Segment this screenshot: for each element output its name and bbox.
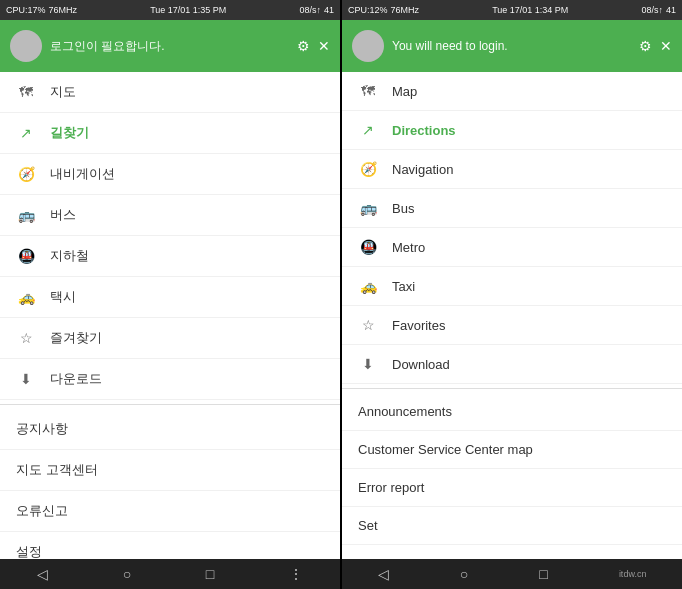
right-home-btn[interactable]: ○ xyxy=(460,566,468,582)
download-icon: ⬇ xyxy=(16,371,36,387)
right-menu-set[interactable]: Set xyxy=(342,507,682,545)
left-phone-panel: CPU:17% 76MHz Tue 17/01 1:35 PM 08/s↑ 41… xyxy=(0,0,340,589)
r-directions-icon: ↗ xyxy=(358,122,378,138)
taxi-icon: 🚕 xyxy=(16,289,36,305)
navigation-icon: 🧭 xyxy=(16,166,36,182)
left-avatar xyxy=(10,30,42,62)
right-menu-item-map[interactable]: 🗺 Map xyxy=(342,72,682,111)
left-home-btn[interactable]: ○ xyxy=(123,566,131,582)
right-watermark-text: itdw.cn xyxy=(619,569,647,579)
favorites-icon: ☆ xyxy=(16,330,36,346)
r-close-icon[interactable]: ✕ xyxy=(660,38,672,54)
right-menu-announcements[interactable]: Announcements xyxy=(342,393,682,431)
left-menu-divider xyxy=(0,404,340,405)
left-signal-text: 41 xyxy=(324,5,334,15)
left-menu-label-download: 다운로드 xyxy=(50,370,102,388)
right-menu-divider xyxy=(342,388,682,389)
left-menu-item-bus[interactable]: 🚌 버스 xyxy=(0,195,340,236)
left-menu-error-report[interactable]: 오류신고 xyxy=(0,491,340,532)
left-menu-label-favorites: 즐겨찾기 xyxy=(50,329,102,347)
left-menu-item-download[interactable]: ⬇ 다운로드 xyxy=(0,359,340,400)
right-status-bar: CPU:12% 76MHz Tue 17/01 1:34 PM 08/s↑ 41 xyxy=(342,0,682,20)
left-status-right: 08/s↑ 41 xyxy=(299,5,334,15)
right-menu-item-bus[interactable]: 🚌 Bus xyxy=(342,189,682,228)
left-menu-label-taxi: 택시 xyxy=(50,288,76,306)
left-freq-text: 76MHz xyxy=(49,5,78,15)
directions-icon: ↗ xyxy=(16,125,36,141)
right-menu-item-favorites[interactable]: ☆ Favorites xyxy=(342,306,682,345)
metro-icon: 🚇 xyxy=(16,248,36,264)
left-nav-bar: ◁ ○ □ ⋮ xyxy=(0,559,340,589)
left-menu-item-navigation[interactable]: 🧭 내비게이션 xyxy=(0,154,340,195)
right-menu-item-directions[interactable]: ↗ Directions xyxy=(342,111,682,150)
right-menu-header-icons: ⚙ ✕ xyxy=(639,38,672,54)
r-map-icon: 🗺 xyxy=(358,83,378,99)
left-menu-label-navigation: 내비게이션 xyxy=(50,165,115,183)
left-menu-announcements[interactable]: 공지사항 xyxy=(0,409,340,450)
right-menu-header-text: You will need to login. xyxy=(392,39,631,53)
map-icon: 🗺 xyxy=(16,84,36,100)
left-menu-label-directions: 길찾기 xyxy=(50,124,89,142)
left-back-btn[interactable]: ◁ xyxy=(37,566,48,582)
right-freq-text: 76MHz xyxy=(391,5,420,15)
left-menu-customer-service[interactable]: 지도 고객센터 xyxy=(0,450,340,491)
left-time-text: Tue 17/01 1:35 PM xyxy=(150,5,226,15)
left-menu-item-metro[interactable]: 🚇 지하철 xyxy=(0,236,340,277)
right-time-text: Tue 17/01 1:34 PM xyxy=(492,5,568,15)
left-battery-text: 08/s↑ xyxy=(299,5,321,15)
right-menu-label-navigation: Navigation xyxy=(392,162,453,177)
right-avatar xyxy=(352,30,384,62)
right-menu-customer-service[interactable]: Customer Service Center map xyxy=(342,431,682,469)
right-menu-label-metro: Metro xyxy=(392,240,425,255)
right-status-left: CPU:12% 76MHz xyxy=(348,5,419,15)
left-menu-header: 로그인이 필요합니다. ⚙ ✕ xyxy=(0,20,340,72)
right-signal-text: 41 xyxy=(666,5,676,15)
left-menu-item-directions[interactable]: ↗ 길찾기 xyxy=(0,113,340,154)
right-overlay-menu: You will need to login. ⚙ ✕ 🗺 Map ↗ Dire… xyxy=(342,20,682,589)
right-recent-btn[interactable]: □ xyxy=(539,566,547,582)
bus-menu-icon: 🚌 xyxy=(16,207,36,223)
left-overlay-menu: 로그인이 필요합니다. ⚙ ✕ 🗺 지도 ↗ 길찾기 🧭 내비게이션 🚌 버스 xyxy=(0,20,340,589)
left-menu-label-bus: 버스 xyxy=(50,206,76,224)
r-navigation-icon: 🧭 xyxy=(358,161,378,177)
right-menu-item-taxi[interactable]: 🚕 Taxi xyxy=(342,267,682,306)
right-menu-label-taxi: Taxi xyxy=(392,279,415,294)
right-menu-header: You will need to login. ⚙ ✕ xyxy=(342,20,682,72)
left-status-left: CPU:17% 76MHz xyxy=(6,5,77,15)
r-favorites-icon: ☆ xyxy=(358,317,378,333)
right-menu-label-bus: Bus xyxy=(392,201,414,216)
right-menu-label-favorites: Favorites xyxy=(392,318,445,333)
left-menu-item-map[interactable]: 🗺 지도 xyxy=(0,72,340,113)
right-nav-bar: ◁ ○ □ itdw.cn xyxy=(342,559,682,589)
left-menu-label-metro: 지하철 xyxy=(50,247,89,265)
right-menu-body: 🗺 Map ↗ Directions 🧭 Navigation 🚌 Bus 🚇 … xyxy=(342,72,682,589)
left-menu-item-favorites[interactable]: ☆ 즐겨찾기 xyxy=(0,318,340,359)
r-settings-icon[interactable]: ⚙ xyxy=(639,38,652,54)
r-download-icon: ⬇ xyxy=(358,356,378,372)
right-menu-item-download[interactable]: ⬇ Download xyxy=(342,345,682,384)
left-menu-body: 🗺 지도 ↗ 길찾기 🧭 내비게이션 🚌 버스 🚇 지하철 🚕 택시 xyxy=(0,72,340,589)
left-recent-btn[interactable]: □ xyxy=(206,566,214,582)
right-back-btn[interactable]: ◁ xyxy=(378,566,389,582)
left-cpu-text: CPU:17% xyxy=(6,5,46,15)
right-status-right: 08/s↑ 41 xyxy=(641,5,676,15)
right-cpu-text: CPU:12% xyxy=(348,5,388,15)
settings-icon[interactable]: ⚙ xyxy=(297,38,310,54)
right-menu-label-download: Download xyxy=(392,357,450,372)
right-menu-item-metro[interactable]: 🚇 Metro xyxy=(342,228,682,267)
right-phone-panel: CPU:12% 76MHz Tue 17/01 1:34 PM 08/s↑ 41… xyxy=(342,0,682,589)
left-menu-item-taxi[interactable]: 🚕 택시 xyxy=(0,277,340,318)
right-menu-label-map: Map xyxy=(392,84,417,99)
right-menu-error-report[interactable]: Error report xyxy=(342,469,682,507)
left-more-btn[interactable]: ⋮ xyxy=(289,566,303,582)
r-bus-menu-icon: 🚌 xyxy=(358,200,378,216)
left-menu-header-text: 로그인이 필요합니다. xyxy=(50,38,289,55)
close-icon[interactable]: ✕ xyxy=(318,38,330,54)
r-taxi-icon: 🚕 xyxy=(358,278,378,294)
left-status-bar: CPU:17% 76MHz Tue 17/01 1:35 PM 08/s↑ 41 xyxy=(0,0,340,20)
left-menu-header-icons: ⚙ ✕ xyxy=(297,38,330,54)
right-menu-label-directions: Directions xyxy=(392,123,456,138)
r-metro-icon: 🚇 xyxy=(358,239,378,255)
left-menu-label-map: 지도 xyxy=(50,83,76,101)
right-menu-item-navigation[interactable]: 🧭 Navigation xyxy=(342,150,682,189)
